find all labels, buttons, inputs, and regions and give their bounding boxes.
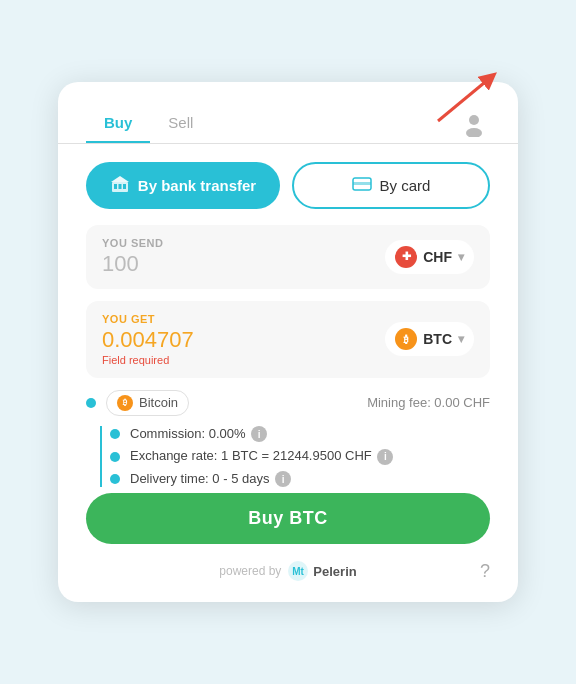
bank-transfer-label: By bank transfer <box>138 177 256 194</box>
send-value: 100 <box>102 251 163 277</box>
bitcoin-row: ₿ Bitcoin Mining fee: 0.00 CHF <box>86 390 490 416</box>
main-card: Buy Sell <box>58 82 518 603</box>
dot-commission <box>110 429 120 439</box>
svg-rect-8 <box>123 184 126 189</box>
bitcoin-tag[interactable]: ₿ Bitcoin <box>106 390 189 416</box>
bank-icon <box>110 174 130 197</box>
mining-fee-text: Mining fee: 0.00 CHF <box>367 395 490 410</box>
chf-currency-select[interactable]: ✚ CHF ▾ <box>385 240 474 274</box>
get-value: 0.004707 <box>102 327 194 353</box>
tab-sell[interactable]: Sell <box>150 106 211 143</box>
dot-delivery <box>110 474 120 484</box>
tab-buy[interactable]: Buy <box>86 106 150 143</box>
by-card-button[interactable]: By card <box>292 162 490 209</box>
details-section: Commission: 0.00% i Exchange rate: 1 BTC… <box>86 426 490 488</box>
help-icon[interactable]: ? <box>480 561 490 582</box>
delivery-time-row: Delivery time: 0 - 5 days i <box>110 471 490 488</box>
tab-underline <box>58 143 518 144</box>
payment-buttons: By bank transfer By card <box>86 162 490 209</box>
svg-point-3 <box>466 128 482 137</box>
pelerin-name: Pelerin <box>313 564 356 579</box>
pelerin-logo-svg: Mt <box>287 560 309 582</box>
bank-transfer-button[interactable]: By bank transfer <box>86 162 280 209</box>
dot-bitcoin <box>86 398 96 408</box>
user-svg <box>461 111 487 137</box>
dot-exchange <box>110 452 120 462</box>
pelerin-logo: Mt Pelerin <box>287 560 356 582</box>
svg-text:Mt: Mt <box>293 566 305 577</box>
tab-bar: Buy Sell <box>86 106 211 143</box>
svg-rect-6 <box>114 184 117 189</box>
header: Buy Sell <box>86 106 490 143</box>
send-label: YOU SEND <box>102 237 163 249</box>
commission-text: Commission: 0.00% i <box>130 426 267 443</box>
chf-icon: ✚ <box>395 246 417 268</box>
svg-rect-7 <box>118 184 121 189</box>
card-icon <box>352 176 372 195</box>
delivery-text: Delivery time: 0 - 5 days i <box>130 471 291 488</box>
btc-label: BTC <box>423 331 452 347</box>
get-label: YOU GET <box>102 313 194 325</box>
send-field: YOU SEND 100 ✚ CHF ▾ <box>86 225 490 289</box>
vertical-connector-line <box>100 426 102 488</box>
bitcoin-label: Bitcoin <box>139 395 178 410</box>
btc-small-icon: ₿ <box>117 395 133 411</box>
svg-point-2 <box>469 115 479 125</box>
commission-info-icon[interactable]: i <box>251 426 267 442</box>
btc-icon: ₿ <box>395 328 417 350</box>
by-card-label: By card <box>380 177 431 194</box>
exchange-rate-row: Exchange rate: 1 BTC = 21244.9500 CHF i <box>110 448 490 465</box>
btc-currency-select[interactable]: ₿ BTC ▾ <box>385 322 474 356</box>
exchange-rate-text: Exchange rate: 1 BTC = 21244.9500 CHF i <box>130 448 393 465</box>
svg-rect-10 <box>353 182 371 185</box>
footer: powered by Mt Pelerin ? <box>86 560 490 582</box>
field-required-text: Field required <box>102 354 194 366</box>
powered-by-text: powered by <box>219 564 281 578</box>
buy-btc-button[interactable]: Buy BTC <box>86 493 490 544</box>
svg-marker-5 <box>111 176 129 182</box>
get-field-left: YOU GET 0.004707 Field required <box>102 313 194 366</box>
chf-label: CHF <box>423 249 452 265</box>
user-icon[interactable] <box>458 108 490 140</box>
chf-dropdown-arrow: ▾ <box>458 250 464 264</box>
exchange-info-icon[interactable]: i <box>377 449 393 465</box>
user-icon-wrap <box>458 108 490 140</box>
commission-row: Commission: 0.00% i <box>110 426 490 443</box>
btc-dropdown-arrow: ▾ <box>458 332 464 346</box>
send-field-left: YOU SEND 100 <box>102 237 163 277</box>
get-field: YOU GET 0.004707 Field required ₿ BTC ▾ <box>86 301 490 378</box>
delivery-info-icon[interactable]: i <box>275 471 291 487</box>
